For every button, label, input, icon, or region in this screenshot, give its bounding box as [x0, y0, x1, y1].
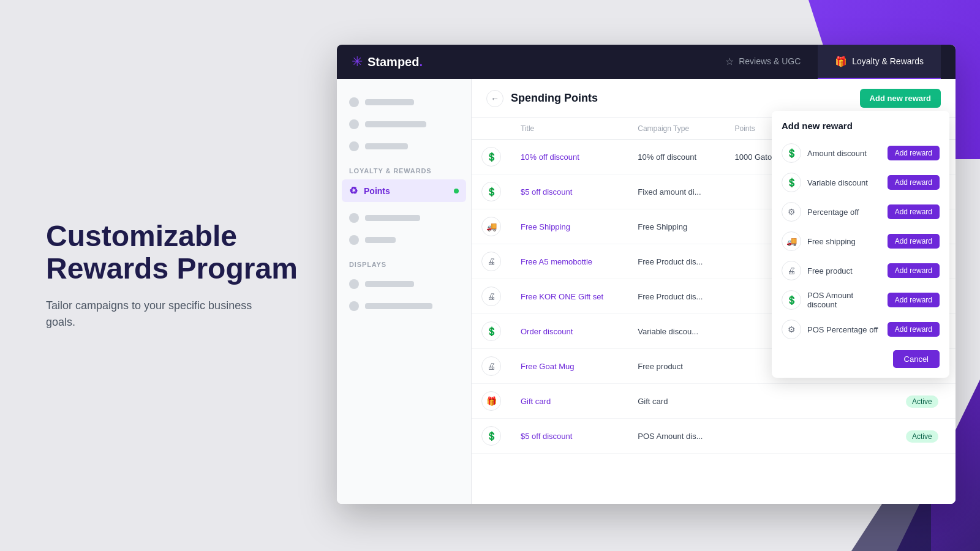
row-points — [725, 419, 815, 454]
row-title[interactable]: Free A5 memobottle — [511, 244, 628, 279]
row-campaign-type: Free product — [628, 349, 725, 384]
skeleton-circle — [349, 141, 359, 151]
reward-icon: 💲 — [481, 426, 501, 446]
main-content: ← Spending Points Add new reward Title C… — [472, 79, 956, 504]
dropdown-item-label: Free product — [807, 266, 881, 276]
col-title: Title — [511, 118, 628, 140]
sidebar-item-points[interactable]: ♻ Points — [342, 179, 466, 202]
row-icon-cell: 🖨 — [472, 349, 511, 384]
row-icon-cell: 🎁 — [472, 384, 511, 419]
reward-icon: 💲 — [481, 147, 501, 167]
dropdown-item-icon: 🖨 — [782, 261, 801, 280]
table-row: 💲 $5 off discount POS Amount dis... Acti… — [472, 419, 956, 454]
main-description: Tailor campaigns to your specific busine… — [46, 298, 266, 331]
dropdown-item-icon: ⚙ — [782, 202, 801, 222]
reward-icon: 🖨 — [481, 287, 501, 306]
col-campaign-type: Campaign Type — [628, 118, 725, 140]
tab-reviews-ugc[interactable]: ☆ Reviews & UGC — [708, 45, 818, 79]
reward-title-link[interactable]: $5 off discount — [521, 187, 572, 197]
sidebar-section-loyalty: LOYALTY & REWARDS — [337, 157, 471, 179]
add-reward-item-button[interactable]: Add reward — [888, 322, 940, 337]
dropdown-item-label: Free shipping — [807, 237, 881, 246]
row-title[interactable]: Free Shipping — [511, 209, 628, 244]
status-badge: Active — [906, 395, 938, 408]
row-campaign-type: Free Product dis... — [628, 279, 725, 314]
sidebar-item-points-label: Points — [364, 186, 390, 196]
logo-text: Stamped. — [368, 55, 423, 69]
dropdown-item: ⚙ POS Percentage off Add reward — [772, 315, 949, 344]
reward-title-link[interactable]: 10% off discount — [521, 152, 579, 162]
add-new-reward-button[interactable]: Add new reward — [860, 89, 941, 108]
row-title[interactable]: Free KOR ONE Gift set — [511, 279, 628, 314]
skeleton-circle — [349, 213, 359, 223]
skeleton-line — [365, 143, 408, 149]
row-icon-cell: 💲 — [472, 419, 511, 454]
reward-icon: 🎁 — [481, 391, 501, 411]
add-reward-item-button[interactable]: Add reward — [888, 234, 940, 249]
row-title[interactable]: Free Goat Mug — [511, 349, 628, 384]
reward-title-link[interactable]: Free Shipping — [521, 222, 570, 231]
main-heading: CustomizableRewards Program — [46, 220, 298, 285]
row-icon-cell: 🚚 — [472, 209, 511, 244]
row-title[interactable]: Gift card — [511, 384, 628, 419]
row-icon-cell: 🖨 — [472, 244, 511, 279]
row-status: Active — [896, 384, 956, 419]
dropdown-item-label: Amount discount — [807, 149, 881, 158]
row-title[interactable]: 10% off discount — [511, 140, 628, 174]
skeleton-line — [365, 237, 396, 243]
row-icon-cell: 💲 — [472, 174, 511, 209]
add-reward-dropdown: Add new reward 💲 Amount discount Add rew… — [772, 111, 949, 378]
dropdown-item-label: Variable discount — [807, 178, 881, 187]
sidebar-skeleton-1 — [337, 91, 471, 113]
skeleton-circle — [349, 119, 359, 129]
reward-icon: 🖨 — [481, 252, 501, 271]
row-status: Active — [896, 419, 956, 454]
dropdown-item-label: POS Percentage off — [807, 325, 881, 334]
reward-title-link[interactable]: Free KOR ONE Gift set — [521, 292, 603, 301]
dropdown-item: 🖨 Free product Add reward — [772, 256, 949, 285]
row-title[interactable]: Order discount — [511, 314, 628, 349]
dropdown-item: 💲 Variable discount Add reward — [772, 168, 949, 197]
reward-title-link[interactable]: $5 off discount — [521, 432, 572, 441]
gift-icon: 🎁 — [835, 56, 847, 67]
add-reward-item-button[interactable]: Add reward — [888, 204, 940, 219]
row-campaign-type: Variable discou... — [628, 314, 725, 349]
spending-title: Spending Points — [511, 92, 598, 105]
reward-icon: 💲 — [481, 321, 501, 341]
sidebar-skeleton-6 — [337, 273, 471, 295]
reward-title-link[interactable]: Gift card — [521, 397, 551, 406]
dropdown-item: 🚚 Free shipping Add reward — [772, 227, 949, 256]
dropdown-item-icon: 🚚 — [782, 231, 801, 251]
dropdown-item-icon: 💲 — [782, 290, 801, 310]
dropdown-item-icon: ⚙ — [782, 320, 801, 339]
row-campaign-type: POS Amount dis... — [628, 419, 725, 454]
skeleton-circle — [349, 279, 359, 289]
tab-reviews-label: Reviews & UGC — [739, 56, 801, 66]
row-campaign-type: Free Product dis... — [628, 244, 725, 279]
row-icon-cell: 💲 — [472, 314, 511, 349]
row-icon-cell: 🖨 — [472, 279, 511, 314]
left-panel: CustomizableRewards Program Tailor campa… — [46, 220, 298, 331]
tab-loyalty-rewards[interactable]: 🎁 Loyalty & Rewards — [818, 45, 941, 79]
sidebar-skeleton-3 — [337, 135, 471, 157]
row-campaign-type: Gift card — [628, 384, 725, 419]
reward-title-link[interactable]: Free Goat Mug — [521, 362, 574, 371]
reward-title-link[interactable]: Free A5 memobottle — [521, 257, 592, 266]
dropdown-item: ⚙ Percentage off Add reward — [772, 197, 949, 227]
add-reward-item-button[interactable]: Add reward — [888, 263, 940, 278]
skeleton-line — [365, 99, 414, 105]
cancel-button[interactable]: Cancel — [893, 350, 940, 368]
reward-title-link[interactable]: Order discount — [521, 327, 573, 336]
add-reward-item-button[interactable]: Add reward — [888, 175, 940, 190]
row-title[interactable]: $5 off discount — [511, 419, 628, 454]
col-icon — [472, 118, 511, 140]
add-reward-item-button[interactable]: Add reward — [888, 146, 940, 160]
row-icon-cell: 💲 — [472, 140, 511, 174]
dropdown-items-list: 💲 Amount discount Add reward 💲 Variable … — [772, 138, 949, 344]
dropdown-item-icon: 💲 — [782, 173, 801, 192]
back-button[interactable]: ← — [486, 90, 503, 107]
star-icon: ☆ — [725, 56, 734, 67]
row-title[interactable]: $5 off discount — [511, 174, 628, 209]
add-reward-item-button[interactable]: Add reward — [888, 293, 940, 307]
dropdown-item-icon: 💲 — [782, 143, 801, 163]
